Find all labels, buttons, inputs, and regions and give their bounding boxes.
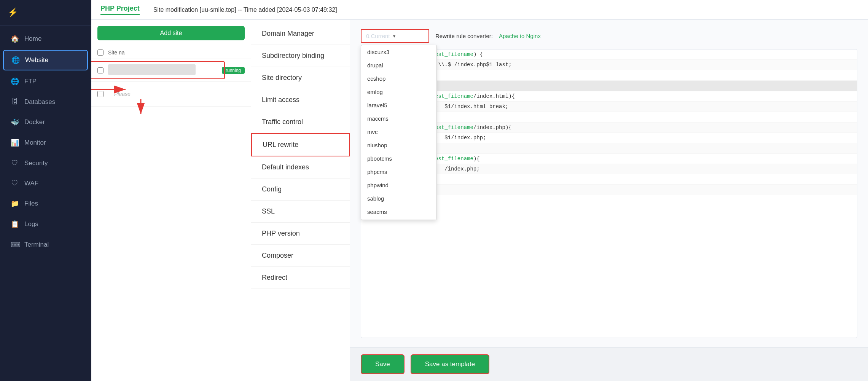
submenu-limit-access[interactable]: Limit access — [251, 89, 350, 111]
dropdown-list: discuzx3 drupal ecshop emlog laravel5 ma… — [361, 45, 437, 220]
dropdown-option-laravel5[interactable]: laravel5 — [361, 99, 436, 112]
dropdown-option-sablog[interactable]: sablog — [361, 192, 436, 205]
submenu-default-indexes[interactable]: Default indexes — [251, 156, 350, 179]
submenu-redirect[interactable]: Redirect — [251, 267, 350, 289]
sidebar-item-label: Files — [24, 200, 38, 207]
website-icon: 🌐 — [11, 56, 20, 64]
top-bar: PHP Project Site modification [uu-smile.… — [91, 0, 868, 20]
sidebar-item-label: Docker — [24, 118, 45, 126]
site-name: Please — [108, 87, 137, 101]
sidebar-item-label: WAF — [24, 180, 38, 187]
sidebar-item-label: FTP — [24, 78, 37, 85]
sidebar-item-label: Logs — [24, 220, 38, 228]
rewrite-rule-label: Rewrite rule converter: — [435, 33, 493, 39]
dropdown-option-phpwind[interactable]: phpwind — [361, 179, 436, 192]
bottom-bar: Save Save as template — [350, 347, 868, 381]
submenu-site-directory[interactable]: Site directory — [251, 67, 350, 89]
rewrite-header: 0.Current ▾ discuzx3 drupal ecshop emlog… — [361, 29, 857, 43]
dropdown-option-niushop[interactable]: niushop — [361, 139, 436, 152]
dropdown-option-pbootcms[interactable]: pbootcms — [361, 152, 436, 165]
right-panel: 0.Current ▾ discuzx3 drupal ecshop emlog… — [350, 20, 868, 381]
submenu-traffic-control[interactable]: Traffic control — [251, 111, 350, 133]
dropdown-option-discuzx3[interactable]: discuzx3 — [361, 45, 436, 59]
ftp-icon: 🌐 — [11, 77, 19, 86]
sidebar-item-label: Databases — [24, 98, 55, 106]
sidebar-item-label: Monitor — [24, 139, 46, 147]
table-row[interactable]: Please — [91, 82, 251, 107]
sidebar-item-website[interactable]: 🌐 Website — [3, 50, 88, 70]
dropdown-option-maccms[interactable]: maccms — [361, 112, 436, 125]
php-project-tab[interactable]: PHP Project — [100, 5, 140, 15]
dropdown-option-phpcms[interactable]: phpcms — [361, 165, 436, 179]
apache-nginx-link[interactable]: Apache to Nginx — [499, 33, 541, 39]
logo-icon: ⚡ — [8, 8, 18, 18]
table-row[interactable]: running — [91, 59, 251, 82]
save-button[interactable]: Save — [361, 354, 405, 374]
add-site-button[interactable]: Add site — [97, 26, 245, 40]
sidebar-item-waf[interactable]: 🛡 WAF — [3, 174, 88, 193]
site-list-panel: Add site Site na running Please — [91, 20, 251, 381]
monitor-icon: 📊 — [11, 139, 19, 147]
row-checkbox[interactable] — [97, 67, 104, 73]
site-table-header: Site na — [91, 46, 251, 59]
sidebar-item-security[interactable]: 🛡 Security — [3, 154, 88, 172]
databases-icon: 🗄 — [11, 98, 19, 106]
chevron-down-icon: ▾ — [393, 33, 395, 39]
dropdown-option-shopex[interactable]: shopex — [361, 218, 436, 220]
submenu-ssl[interactable]: SSL — [251, 201, 350, 223]
submenu-php-version[interactable]: PHP version — [251, 223, 350, 245]
sidebar-item-label: Home — [24, 35, 41, 43]
sidebar-item-label: Security — [24, 159, 48, 167]
main-content: PHP Project Site modification [uu-smile.… — [91, 0, 868, 381]
save-template-button[interactable]: Save as template — [411, 354, 489, 374]
sidebar-item-monitor[interactable]: 📊 Monitor — [3, 133, 88, 152]
dropdown-option-mvc[interactable]: mvc — [361, 125, 436, 139]
select-all-checkbox[interactable] — [97, 49, 104, 56]
logs-icon: 📋 — [11, 220, 19, 228]
docker-icon: 🐳 — [11, 118, 19, 126]
content-area: Add site Site na running Please — [91, 20, 868, 381]
row-checkbox[interactable] — [97, 91, 104, 97]
submenu-url-rewrite[interactable]: URL rewrite — [251, 133, 350, 156]
sidebar-item-label: Terminal — [24, 241, 49, 249]
sidebar-logo: ⚡ — [0, 4, 91, 26]
page-title: Site modification [uu-smile.top] -- Time… — [153, 6, 337, 13]
security-icon: 🛡 — [11, 159, 19, 167]
dropdown-option-ecshop[interactable]: ecshop — [361, 72, 436, 85]
home-icon: 🏠 — [11, 35, 19, 43]
sidebar-item-docker[interactable]: 🐳 Docker — [3, 113, 88, 132]
template-dropdown[interactable]: 0.Current ▾ — [361, 29, 429, 43]
dropdown-value: 0.Current — [366, 33, 390, 39]
sidebar: ⚡ 🏠 Home 🌐 Website 🌐 FTP 🗄 Databases 🐳 D… — [0, 0, 91, 381]
sidebar-item-home[interactable]: 🏠 Home — [3, 29, 88, 48]
sidebar-item-logs[interactable]: 📋 Logs — [3, 215, 88, 234]
sidebar-item-terminal[interactable]: ⌨ Terminal — [3, 235, 88, 254]
template-dropdown-container: 0.Current ▾ discuzx3 drupal ecshop emlog… — [361, 29, 429, 43]
submenu-domain-manager[interactable]: Domain Manager — [251, 23, 350, 45]
url-rewrite-content: 0.Current ▾ discuzx3 drupal ecshop emlog… — [350, 20, 868, 347]
dropdown-option-emlog[interactable]: emlog — [361, 85, 436, 99]
submenu-subdirectory-binding[interactable]: Subdirectory binding — [251, 45, 350, 67]
dropdown-option-drupal[interactable]: drupal — [361, 59, 436, 72]
terminal-icon: ⌨ — [11, 241, 19, 249]
files-icon: 📁 — [11, 199, 19, 208]
submenu-composer[interactable]: Composer — [251, 245, 350, 267]
sidebar-item-databases[interactable]: 🗄 Databases — [3, 92, 88, 111]
submenu-config[interactable]: Config — [251, 179, 350, 201]
sidebar-item-label: Website — [25, 56, 48, 64]
site-name-column-header: Site na — [108, 49, 125, 56]
submenu-panel: Domain Manager Subdirectory binding Site… — [251, 20, 350, 381]
status-badge: running — [222, 67, 245, 74]
sidebar-item-ftp[interactable]: 🌐 FTP — [3, 72, 88, 91]
dropdown-option-seacms[interactable]: seacms — [361, 205, 436, 218]
waf-icon: 🛡 — [11, 179, 19, 187]
sidebar-item-files[interactable]: 📁 Files — [3, 194, 88, 213]
